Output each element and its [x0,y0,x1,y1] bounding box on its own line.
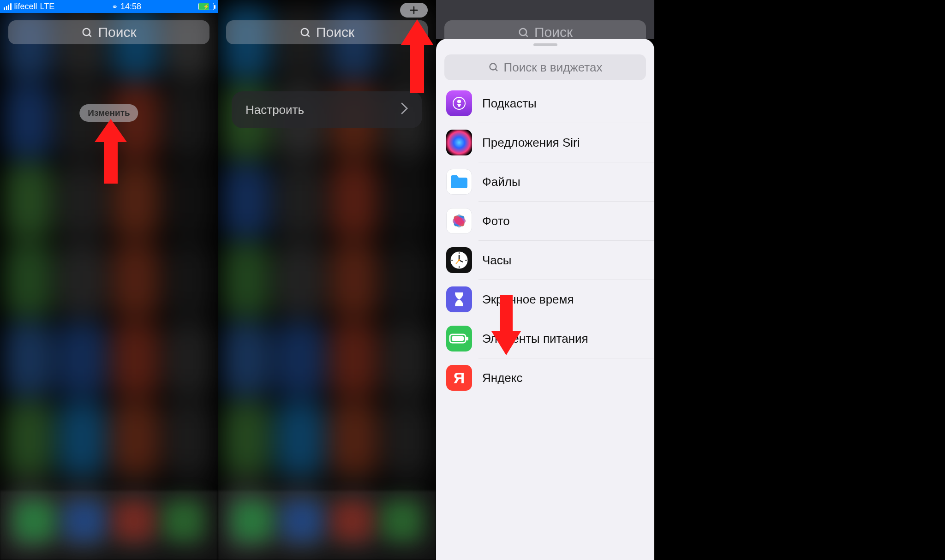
widgets-sheet: Поиск в виджетах Подкасты Предложения Si… [436,39,654,560]
annotation-arrow-3 [491,295,521,355]
annotation-arrow-1 [95,119,127,184]
widget-label: Часы [482,253,511,268]
battery-icon: ⚡ [198,3,214,10]
search-icon [518,26,530,38]
carrier-label: lifecell [14,2,37,12]
batteries-icon [446,326,472,351]
configure-row[interactable]: Настроить [232,91,422,128]
signal-icon [4,3,12,10]
screen-3: Поиск Поиск в виджетах Подкасты Предложе… [436,0,654,560]
search-icon [299,26,311,38]
widget-row-screentime[interactable]: Экранное время [436,280,654,319]
widget-label: Яндекс [482,371,522,385]
widget-list[interactable]: Подкасты Предложения Siri Файлы [436,84,654,560]
clock-icon [446,247,472,273]
files-icon [446,169,472,195]
widget-label: Предложения Siri [482,136,580,150]
search-placeholder: Поиск [534,24,573,40]
widget-row-siri[interactable]: Предложения Siri [436,123,654,162]
yandex-icon: Я [446,365,472,391]
plus-icon [409,5,419,15]
status-bar: lifecell LTE ⚭ 14:58 ⚡ [0,0,218,13]
widgets-search-bar[interactable]: Поиск в виджетах [444,54,646,80]
svg-point-0 [83,29,90,36]
svg-rect-29 [466,337,468,340]
svg-line-7 [495,69,497,71]
search-bar[interactable]: Поиск [226,20,428,44]
screentime-icon [446,286,472,312]
widget-label: Подкасты [482,96,537,111]
svg-rect-30 [452,336,464,341]
svg-point-4 [520,29,526,36]
widgets-search-placeholder: Поиск в виджетах [504,60,603,75]
podcasts-icon [446,90,472,116]
search-icon [488,62,499,73]
search-bar[interactable]: Поиск [8,20,209,44]
siri-icon [446,130,472,155]
search-placeholder: Поиск [316,24,354,40]
widget-row-photos[interactable]: Фото [436,202,654,240]
svg-point-2 [301,29,308,36]
svg-line-5 [526,35,528,37]
svg-line-1 [89,35,91,37]
svg-point-9 [457,100,461,103]
svg-line-3 [307,35,310,37]
search-placeholder: Поиск [98,24,136,40]
svg-point-27 [458,259,460,261]
sheet-grabber[interactable] [533,43,557,46]
svg-point-6 [490,64,496,70]
configure-label: Настроить [245,103,304,117]
time-label: 14:58 [120,2,141,12]
photos-icon [446,208,472,234]
annotation-arrow-2 [401,19,433,93]
widget-row-batteries[interactable]: Элементы питания [436,319,654,358]
add-widget-button[interactable] [400,3,428,18]
screen-2: Поиск Настроить [218,0,436,560]
chevron-right-icon [401,102,408,118]
widget-row-files[interactable]: Файлы [436,162,654,201]
network-label: LTE [40,2,55,12]
widget-row-podcasts[interactable]: Подкасты [436,84,654,123]
hotspot-icon: ⚭ [112,2,118,11]
widget-label: Файлы [482,175,520,189]
widget-label: Фото [482,214,510,228]
widget-row-yandex[interactable]: Я Яндекс [436,358,654,397]
screen-1: lifecell LTE ⚭ 14:58 ⚡ Поиск Изменить [0,0,218,560]
widget-row-clock[interactable]: Часы [436,241,654,280]
search-icon [81,26,93,38]
